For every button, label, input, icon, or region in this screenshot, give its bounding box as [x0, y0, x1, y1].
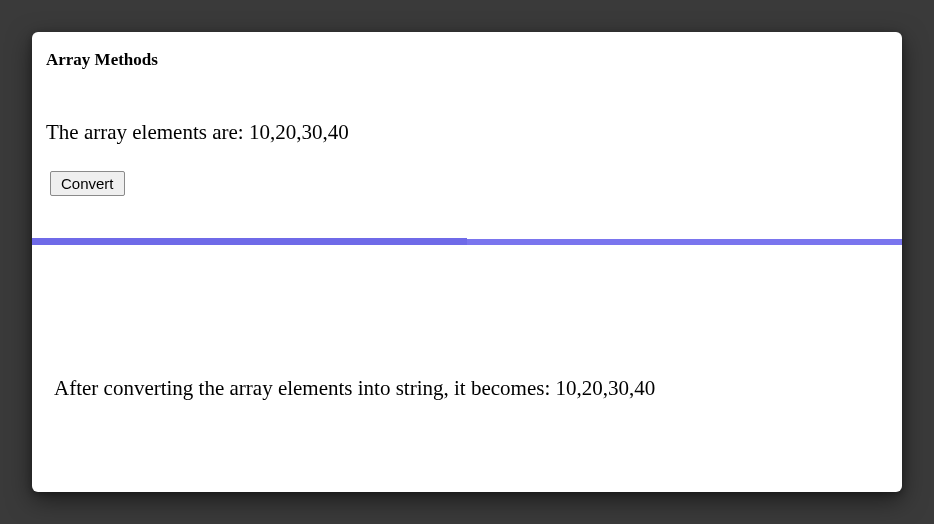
- divider-right: [467, 239, 902, 245]
- page-container: Array Methods The array elements are: 10…: [32, 32, 902, 492]
- result-text: After converting the array elements into…: [32, 246, 902, 401]
- convert-button[interactable]: Convert: [50, 171, 125, 196]
- divider: [32, 238, 902, 246]
- divider-left: [32, 238, 467, 245]
- button-wrap: Convert: [32, 145, 902, 196]
- page-title: Array Methods: [32, 32, 902, 70]
- array-elements-text: The array elements are: 10,20,30,40: [32, 70, 902, 145]
